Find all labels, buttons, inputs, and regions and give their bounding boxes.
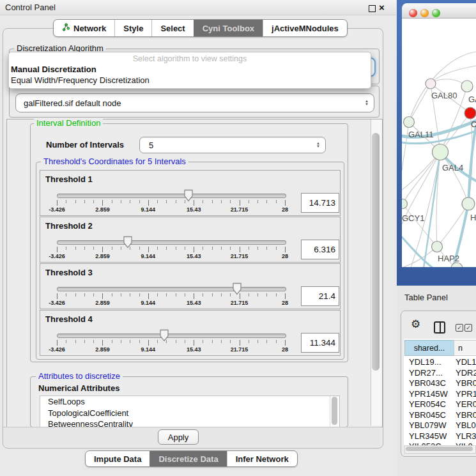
bottom-tab-impute-data[interactable]: Impute Data (86, 451, 150, 466)
dropdown-item-manual-discretization[interactable]: Manual Discretization (11, 65, 96, 74)
slider-thumb[interactable] (233, 282, 242, 295)
control-panel-titlebar: Control Panel × (0, 0, 396, 15)
bottom-tab-discretize-data[interactable]: Discretize Data (150, 451, 226, 466)
slider-thumb[interactable] (123, 236, 132, 249)
slider-tick-labels: -3.4262.8599.14415.4321.71528 (57, 253, 285, 260)
slider-ticks (57, 200, 285, 206)
threshold-slider-1[interactable]: -3.4262.8599.14415.4321.71528 (57, 189, 285, 215)
node-bottom[interactable] (451, 263, 463, 267)
tab-label: Impute Data (94, 454, 141, 464)
tick-label: 21.715 (231, 253, 249, 259)
column-header-shared-name[interactable]: shared... (404, 340, 454, 356)
list-item-betweennesscentrality[interactable]: BetweennessCentrality (40, 418, 339, 427)
slider-tick-labels: -3.4262.8599.14415.4321.71528 (57, 300, 285, 307)
apply-button[interactable]: Apply (158, 429, 199, 445)
close-traffic-light-icon[interactable] (409, 9, 417, 17)
list-scrollbar-track[interactable] (330, 396, 339, 427)
threshold-panel-1: Threshold 1-3.4262.8599.14415.4321.71528… (40, 170, 341, 216)
table-row[interactable]: YDL19...YDL1 (404, 357, 476, 367)
node-top-right[interactable] (461, 81, 473, 92)
cell-name: YBR0 (456, 410, 476, 420)
column-header-name[interactable]: n (454, 340, 476, 356)
network-canvas[interactable]: GAL80GACGAL11GAL4GCY1HHAP2 (402, 19, 476, 267)
threshold-panel-3: Threshold 3-3.4262.8599.14415.4321.71528… (40, 263, 341, 309)
zoom-traffic-light-icon[interactable] (432, 9, 440, 17)
table-row[interactable]: YBL079WYBL0 (404, 420, 476, 431)
tab-select[interactable]: Select (151, 20, 193, 36)
horizontal-scrollbar-thumb[interactable] (406, 447, 473, 451)
table-row[interactable]: YBR045CYBR0 (404, 410, 476, 420)
slider-tick-labels: -3.4262.8599.14415.4321.71528 (57, 346, 285, 353)
node-gcy1[interactable] (402, 199, 408, 209)
node-gal4[interactable] (433, 144, 449, 160)
cell-shared-name: YDL19... (409, 357, 441, 367)
vertical-scrollbar-thumb[interactable] (372, 133, 380, 371)
node-label-h: H (470, 213, 476, 222)
node-gal80[interactable] (426, 79, 436, 89)
column-layout-icon[interactable] (434, 321, 445, 334)
list-item-selfloops[interactable]: SelfLoops (40, 396, 339, 408)
list-scrollbar-thumb[interactable] (332, 397, 337, 425)
tab-jactivemnodules[interactable]: jActiveMNodules (263, 20, 347, 36)
node-hap2[interactable] (432, 242, 443, 252)
cell-name: YBL0 (456, 420, 476, 430)
threshold-label: Threshold 3 (45, 268, 93, 277)
threshold-slider-2[interactable]: -3.4262.8599.14415.4321.71528 (57, 236, 285, 261)
slider-thumb[interactable] (184, 189, 194, 202)
tab-style[interactable]: Style (114, 20, 151, 36)
node-label-ga: GA (468, 95, 476, 104)
table-row[interactable]: YPR145WYPR1 (404, 389, 476, 399)
threshold-value-field[interactable]: 11.344 (301, 333, 339, 353)
node-selected-red[interactable] (464, 107, 476, 119)
table-row[interactable]: YDR27...YDR2 (404, 368, 476, 378)
threshold-slider-4[interactable]: -3.4262.8599.14415.4321.71528 (57, 329, 285, 355)
tick-label: 28 (282, 206, 288, 213)
slider-thumb[interactable] (159, 329, 169, 342)
tick-label: 9.144 (141, 300, 156, 306)
node-right[interactable] (462, 197, 475, 210)
checkbox-icon[interactable] (464, 324, 472, 332)
threshold-value-field[interactable]: 14.713 (301, 193, 339, 213)
slider-track[interactable] (57, 240, 286, 245)
tab-label: Network (73, 24, 106, 33)
threshold-value-field[interactable]: 21.4 (301, 286, 339, 306)
horizontal-scrollbar-track[interactable] (404, 445, 476, 454)
cell-shared-name: YPR145W (409, 389, 448, 399)
slider-track[interactable] (57, 334, 286, 338)
table-data-combobox[interactable]: galFiltered.sif default node (15, 93, 374, 112)
cell-name: YLR3 (456, 431, 476, 441)
minimize-traffic-light-icon[interactable] (420, 9, 429, 17)
number-of-intervals-spinner[interactable]: 5 (139, 137, 326, 153)
bottom-tab-infer-network[interactable]: Infer Network (227, 451, 297, 466)
network-edge (409, 84, 431, 122)
slider-track[interactable] (57, 194, 286, 198)
network-icon (62, 23, 70, 33)
close-icon[interactable]: × (379, 1, 385, 15)
gear-icon[interactable]: ⚙ (411, 318, 420, 331)
network-window-titlebar[interactable] (402, 3, 476, 19)
tab-network[interactable]: Network (54, 20, 114, 36)
slider-track[interactable] (57, 287, 286, 291)
tick-label: 2.859 (95, 300, 110, 306)
numerical-attributes-list[interactable]: SelfLoopsTopologicalCoefficientBetweenne… (40, 395, 340, 427)
tick-label: 9.144 (141, 206, 156, 213)
table-row[interactable]: YBR043CYBR0 (404, 378, 476, 388)
table-row[interactable]: YLR345WYLR3 (404, 431, 476, 441)
tab-cyni-toolbox[interactable]: Cyni Toolbox (194, 20, 263, 36)
threshold-value-field[interactable]: 6.316 (301, 240, 339, 259)
dropdown-item-equal-width-frequency[interactable]: Equal Width/Frequency Discretization (11, 75, 150, 85)
top-tab-bar: NetworkStyleSelectCyni ToolboxjActiveMNo… (53, 19, 348, 37)
combo-stepper-icon[interactable] (365, 100, 369, 106)
checkbox-icon[interactable] (456, 324, 463, 332)
dropdown-hint: Select algorithm to view settings (9, 54, 371, 63)
window-title: Control Panel (5, 3, 56, 12)
table-row[interactable]: YER054CYER0 (404, 399, 476, 410)
threshold-slider-3[interactable]: -3.4262.8599.14415.4321.71528 (57, 282, 285, 308)
table-rows: YDL19...YDL1YDR27...YDR2YBR043CYBR0YPR14… (404, 356, 476, 445)
node-gal11[interactable] (404, 117, 415, 128)
number-of-intervals-value: 5 (140, 141, 153, 150)
list-item-topologicalcoefficient[interactable]: TopologicalCoefficient (40, 408, 339, 419)
float-window-icon[interactable] (369, 5, 376, 12)
tick-label: -3.426 (49, 346, 65, 353)
spinner-stepper-icon[interactable] (316, 142, 320, 148)
